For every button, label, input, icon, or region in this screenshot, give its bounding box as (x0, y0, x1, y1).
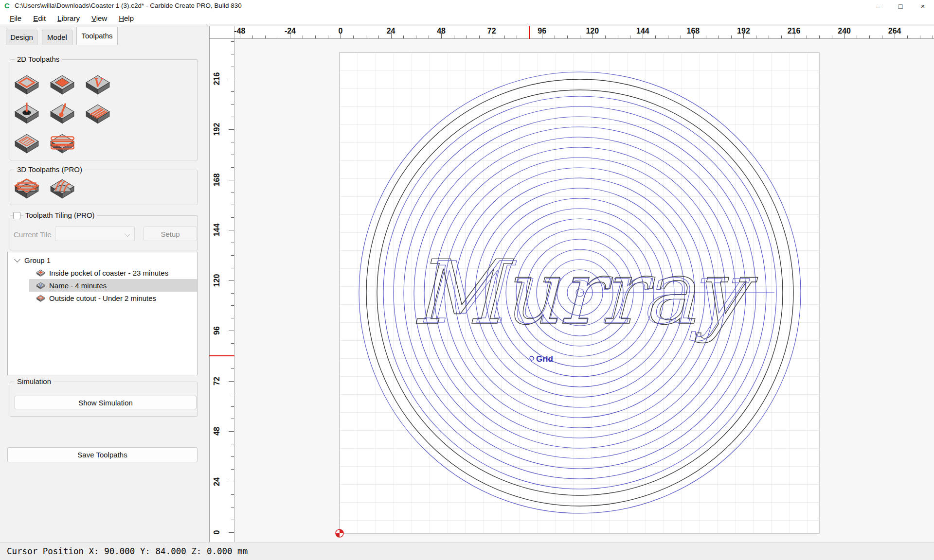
ruler-tick (229, 79, 234, 79)
design-canvas[interactable]: MurrayMurrayGrid (234, 39, 934, 542)
ruler-tick (555, 35, 555, 38)
toolpath-item-label: Name - 4 minutes (49, 281, 107, 290)
ruler-tick (231, 268, 234, 268)
ruler-tick (278, 35, 278, 38)
menu-view[interactable]: View (86, 13, 113, 23)
ruler-tick (630, 35, 630, 38)
ruler-tick (231, 142, 234, 142)
ruler-label: -48 (234, 27, 251, 35)
ruler-label: 96 (530, 27, 554, 35)
ruler-tick (756, 35, 756, 38)
toolpath-tree-item[interactable]: Inside pocket of coaster - 23 minutes (36, 267, 197, 279)
tree-group-row[interactable]: Group 1 (8, 254, 197, 266)
ruler-label: 0 (329, 27, 352, 35)
ruler-tick (229, 331, 234, 331)
tab-design[interactable]: Design (6, 30, 37, 45)
ruler-tick (920, 35, 920, 38)
ruler-tick (231, 255, 234, 256)
ruler-tick (231, 494, 234, 495)
ruler-tick (229, 230, 234, 230)
ruler-label: 144 (212, 218, 222, 242)
ruler-tick (231, 293, 234, 294)
ruler-tick (231, 192, 234, 192)
ruler-label: 120 (581, 27, 604, 35)
rough-3d-toolpath-button[interactable] (13, 176, 40, 203)
ruler-tick (231, 217, 234, 218)
ruler-tick (416, 35, 416, 38)
ruler-tick (231, 155, 234, 155)
horizontal-ruler: -48-24024487296120144168192216240264 (234, 26, 934, 39)
cursor-y-marker (209, 355, 234, 356)
contour-toolpath-button[interactable] (13, 72, 40, 99)
toolpath-tree-item[interactable]: Outside cutout - Under 2 minutes (36, 292, 197, 304)
ruler-tick (403, 35, 404, 38)
toolpath-tiling-label[interactable]: Toolpath Tiling (PRO) (23, 211, 97, 219)
toolpath-tiling-checkbox[interactable] (13, 212, 20, 219)
wrap-toolpath-button[interactable] (49, 131, 76, 158)
show-simulation-button[interactable]: Show Simulation (15, 396, 197, 409)
vcarve-toolpath-button[interactable]: V (84, 72, 111, 99)
ruler-tick (303, 35, 303, 38)
ruler-tick (229, 532, 234, 533)
pattern-fill-toolpath-button[interactable] (13, 131, 40, 158)
ruler-tick (229, 129, 234, 130)
ruler-corner (209, 26, 234, 39)
ruler-tick (231, 507, 234, 508)
carbide-create-window: C C:\Users\willa\Downloads\Coaster 1 (3)… (0, 0, 934, 560)
ruler-tick (229, 431, 234, 432)
ruler-tick (229, 482, 234, 482)
save-toolpaths-button[interactable]: Save Toolpaths (7, 447, 198, 462)
ruler-label: 0 (212, 521, 222, 542)
tab-model[interactable]: Model (42, 30, 72, 45)
toolpath-item-label: Outside cutout - Under 2 minutes (49, 294, 156, 302)
ruler-tick (231, 305, 234, 306)
menu-edit[interactable]: Edit (27, 13, 52, 23)
toolpath-tree-item[interactable]: Name - 4 minutes (36, 280, 197, 292)
ruler-tick (231, 444, 234, 444)
current-tile-dropdown[interactable] (55, 227, 135, 241)
texture-toolpath-button[interactable] (84, 101, 111, 128)
ruler-label: -24 (278, 27, 302, 35)
ruler-tick (655, 35, 656, 38)
ruler-tick (618, 35, 618, 38)
menu-bar: FileEditLibraryViewHelp (0, 12, 934, 24)
ruler-tick (353, 35, 354, 38)
setup-button[interactable]: Setup (144, 227, 197, 241)
menu-library[interactable]: Library (52, 13, 86, 23)
chevron-expand-icon[interactable] (14, 256, 20, 262)
cursor-x-marker (529, 26, 530, 39)
ruler-tick (231, 54, 234, 54)
ruler-label: 24 (379, 27, 403, 35)
ruler-tick (668, 35, 668, 38)
contour-mini-icon (36, 294, 45, 303)
ruler-tick (731, 35, 732, 38)
ruler-tick (231, 41, 234, 42)
ruler-tick (328, 35, 328, 38)
status-bar: Cursor Position X: 90.000 Y: 84.000 Z: 0… (0, 542, 934, 560)
menu-help[interactable]: Help (113, 13, 140, 23)
pocket-toolpath-button[interactable] (49, 72, 76, 99)
tab-toolpaths[interactable]: Toolpaths (76, 27, 118, 45)
menu-file[interactable]: File (4, 13, 27, 23)
ruler-label: 24 (212, 470, 222, 493)
ruler-label: 240 (833, 27, 856, 35)
ruler-tick (231, 406, 234, 407)
ruler-tick (315, 35, 316, 38)
ruler-tick (479, 35, 480, 38)
ruler-tick (933, 35, 933, 38)
ruler-tick (605, 35, 606, 38)
ruler-tick (366, 35, 366, 38)
ruler-tick (231, 343, 234, 344)
ruler-tick (231, 469, 234, 470)
ruler-label: 216 (782, 27, 806, 35)
current-tile-label: Current Tile (14, 230, 52, 239)
finish-3d-toolpath-button[interactable] (49, 176, 76, 203)
pocket-mini-icon (36, 268, 45, 278)
drill-toolpath-button[interactable] (13, 101, 40, 128)
ruler-tick (229, 180, 234, 180)
ruler-tick (517, 35, 517, 38)
ruler-label: 96 (212, 319, 222, 342)
ruler-tick (882, 35, 882, 38)
svg-text:V: V (94, 75, 104, 90)
engrave-toolpath-button[interactable] (49, 101, 76, 128)
